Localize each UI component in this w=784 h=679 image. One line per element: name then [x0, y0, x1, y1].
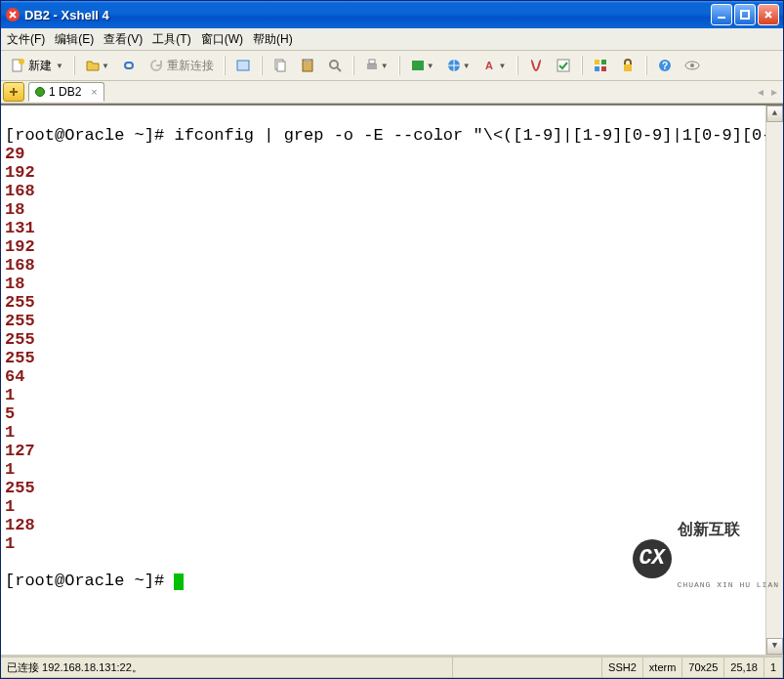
- tiles-button[interactable]: [588, 54, 613, 77]
- tab-label: 1 DB2: [49, 85, 81, 99]
- svg-text:?: ?: [662, 61, 668, 71]
- svg-point-10: [330, 61, 338, 68]
- close-tab-icon[interactable]: ×: [91, 86, 97, 98]
- profile-button[interactable]: [230, 54, 256, 77]
- watermark: CX 创新互联 CHUANG XIN HU LIAN: [633, 486, 779, 631]
- copy-button[interactable]: [268, 54, 293, 77]
- tab-db2[interactable]: 1 DB2 ×: [28, 82, 104, 102]
- status-term: xterm: [643, 658, 683, 677]
- svg-rect-9: [305, 59, 310, 62]
- tab-scroll-left[interactable]: ◂: [754, 85, 767, 99]
- svg-rect-2: [741, 11, 749, 19]
- lock-button[interactable]: [615, 54, 640, 77]
- scroll-down-button[interactable]: ▼: [766, 638, 783, 655]
- link-button[interactable]: [116, 54, 142, 77]
- svg-rect-1: [718, 17, 725, 19]
- svg-rect-16: [557, 60, 569, 71]
- terminal-line: [root@Oracle ~]# ifconfig | grep -o -E -…: [5, 126, 783, 145]
- titlebar[interactable]: DB2 - Xshell 4: [1, 1, 783, 28]
- terminal-output: 29 192 168 18 131 192 168 18 255 255 255…: [5, 145, 35, 553]
- svg-rect-18: [601, 60, 606, 64]
- menu-file[interactable]: 文件(F): [7, 31, 45, 48]
- reconnect-label: 重新连接: [167, 58, 214, 74]
- font-button[interactable]: A▼: [477, 54, 512, 77]
- svg-rect-11: [367, 64, 377, 69]
- tabbar: 1 DB2 × ◂ ▸: [1, 81, 783, 104]
- terminal-prompt: [root@Oracle ~]#: [5, 572, 184, 590]
- scroll-up-button[interactable]: ▲: [766, 106, 783, 122]
- status-extra: 1: [764, 658, 783, 677]
- toolbar-separator: [516, 56, 518, 75]
- window-title: DB2 - Xshell 4: [24, 8, 711, 22]
- globe-button[interactable]: ▼: [441, 54, 475, 77]
- svg-rect-21: [624, 64, 632, 71]
- cursor: [174, 573, 184, 590]
- dropdown-icon: ▼: [56, 62, 63, 70]
- menu-tools[interactable]: 工具(T): [152, 31, 190, 48]
- toolbar-separator: [261, 56, 263, 75]
- window-buttons: [711, 4, 779, 25]
- svg-rect-20: [601, 66, 606, 71]
- toolbar-separator: [398, 56, 400, 75]
- svg-rect-5: [237, 61, 249, 70]
- vertical-scrollbar[interactable]: ▲ ▼: [765, 106, 783, 655]
- status-size: 70x25: [682, 658, 724, 677]
- info-button[interactable]: [680, 54, 705, 77]
- xftp-button[interactable]: ▼: [405, 54, 439, 77]
- svg-text:A: A: [485, 60, 493, 71]
- svg-rect-17: [595, 60, 599, 64]
- menu-window[interactable]: 窗口(W): [201, 31, 243, 48]
- check-button[interactable]: [551, 54, 576, 77]
- new-tab-button[interactable]: [3, 82, 24, 102]
- svg-rect-19: [595, 66, 599, 71]
- open-button[interactable]: ▼: [80, 54, 114, 77]
- menu-edit[interactable]: 编辑(E): [55, 31, 94, 48]
- watermark-text: 创新互联: [678, 523, 779, 538]
- toolbar: 新建 ▼ ▼ 重新连接 ▼ ▼ ▼ A▼ ?: [1, 51, 783, 81]
- menubar: 文件(F) 编辑(E) 查看(V) 工具(T) 窗口(W) 帮助(H): [1, 28, 783, 51]
- statusbar: 已连接 192.168.18.131:22。 SSH2 xterm 70x25 …: [1, 657, 783, 678]
- minimize-button[interactable]: [711, 4, 732, 25]
- status-protocol: SSH2: [602, 658, 643, 677]
- watermark-logo: CX: [633, 539, 672, 578]
- toolbar-separator: [73, 56, 75, 75]
- app-icon: [5, 7, 21, 22]
- svg-rect-7: [277, 62, 285, 71]
- search-button[interactable]: [322, 54, 348, 77]
- status-connection: 已连接 192.168.18.131:22。: [1, 658, 453, 677]
- toolbar-separator: [581, 56, 583, 75]
- connected-indicator-icon: [35, 87, 45, 97]
- reconnect-button[interactable]: 重新连接: [144, 54, 219, 77]
- status-blank: [453, 658, 602, 677]
- terminal[interactable]: [root@Oracle ~]# ifconfig | grep -o -E -…: [1, 104, 783, 657]
- new-button[interactable]: 新建 ▼: [5, 54, 68, 77]
- svg-rect-13: [412, 61, 424, 70]
- script-button[interactable]: [523, 54, 549, 77]
- toolbar-separator: [224, 56, 226, 75]
- watermark-sub: CHUANG XIN HU LIAN: [678, 575, 779, 594]
- scroll-track[interactable]: [766, 122, 783, 638]
- svg-point-25: [690, 64, 694, 67]
- help-icon-button[interactable]: ?: [652, 54, 678, 77]
- svg-point-4: [19, 59, 24, 64]
- toolbar-separator: [645, 56, 647, 75]
- menu-view[interactable]: 查看(V): [103, 31, 143, 48]
- maximize-button[interactable]: [734, 4, 756, 25]
- status-cursor: 25,18: [724, 658, 764, 677]
- app-window: DB2 - Xshell 4 文件(F) 编辑(E) 查看(V) 工具(T) 窗…: [0, 0, 784, 679]
- print-button[interactable]: ▼: [359, 54, 393, 77]
- paste-button[interactable]: [295, 54, 320, 77]
- tab-scroll-right[interactable]: ▸: [767, 85, 781, 99]
- close-button[interactable]: [758, 4, 779, 25]
- menu-help[interactable]: 帮助(H): [253, 31, 293, 48]
- new-button-label: 新建: [28, 58, 52, 74]
- svg-rect-12: [369, 60, 375, 64]
- toolbar-separator: [352, 56, 354, 75]
